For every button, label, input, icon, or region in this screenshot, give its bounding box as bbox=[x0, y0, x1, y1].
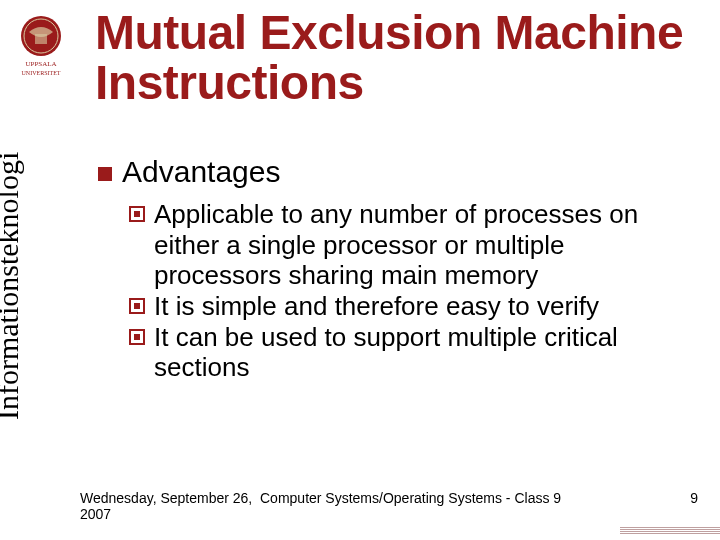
bullet-label: Advantages bbox=[122, 155, 280, 189]
university-logo: UPPSALA UNIVERSITET bbox=[12, 12, 70, 80]
svg-rect-6 bbox=[134, 303, 140, 309]
sublist-text: It is simple and therefore easy to verif… bbox=[154, 291, 599, 322]
svg-rect-2 bbox=[35, 34, 47, 44]
footer-date: Wednesday, September 26, 2007 bbox=[80, 490, 260, 522]
svg-rect-8 bbox=[134, 334, 140, 340]
logo-text-top: UPPSALA bbox=[25, 60, 56, 68]
bullet-item: Advantages bbox=[98, 155, 678, 189]
target-bullet-icon bbox=[128, 205, 146, 223]
decorative-stripes bbox=[620, 526, 720, 534]
footer-center: Computer Systems/Operating Systems - Cla… bbox=[260, 490, 690, 506]
slide-footer: Wednesday, September 26, 2007 Computer S… bbox=[0, 490, 720, 522]
sublist: Applicable to any number of processes on… bbox=[128, 199, 678, 383]
list-item: It is simple and therefore easy to verif… bbox=[128, 291, 678, 322]
svg-rect-4 bbox=[134, 211, 140, 217]
sidebar-vertical-label: Informationsteknologi bbox=[0, 152, 25, 420]
list-item: It can be used to support multiple criti… bbox=[128, 322, 678, 383]
content-area: Advantages Applicable to any number of p… bbox=[98, 155, 678, 383]
slide-title: Mutual Exclusion Machine Instructions bbox=[95, 8, 720, 109]
sublist-text: Applicable to any number of processes on… bbox=[154, 199, 678, 291]
square-bullet-icon bbox=[98, 167, 112, 181]
list-item: Applicable to any number of processes on… bbox=[128, 199, 678, 291]
target-bullet-icon bbox=[128, 297, 146, 315]
target-bullet-icon bbox=[128, 328, 146, 346]
sublist-text: It can be used to support multiple criti… bbox=[154, 322, 678, 383]
logo-text-bottom: UNIVERSITET bbox=[22, 70, 61, 76]
page-number: 9 bbox=[690, 490, 698, 506]
